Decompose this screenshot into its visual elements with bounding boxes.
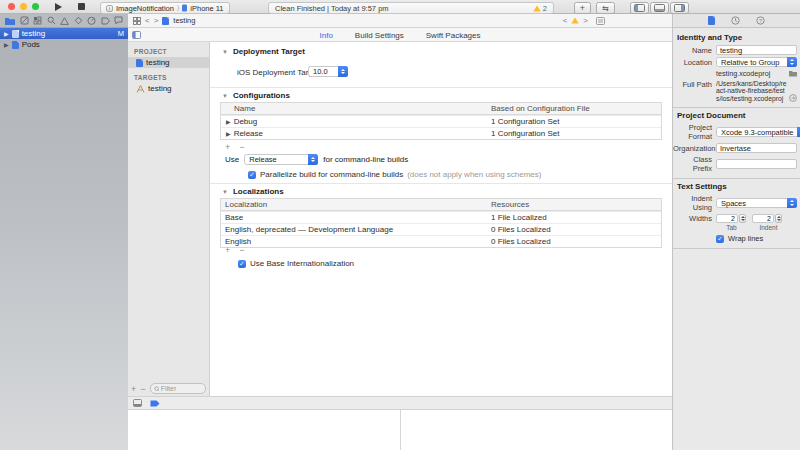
indent-width-value[interactable]: 2 (752, 214, 774, 223)
section-divider (210, 87, 672, 88)
remove-configuration-button[interactable]: − (239, 143, 244, 152)
checkbox-checked-icon[interactable]: ✓ (238, 260, 246, 268)
debug-navigator-icon[interactable] (87, 16, 96, 25)
zoom-window-button[interactable] (32, 3, 39, 10)
editor-layout-button[interactable]: ⇆ (596, 2, 615, 14)
close-window-button[interactable] (8, 3, 15, 10)
filter-input[interactable] (161, 385, 202, 392)
section-disclosure-icon[interactable]: ▼ (222, 93, 228, 99)
breakpoints-toggle-icon[interactable] (150, 400, 160, 407)
table-row[interactable]: ▶Release 1 Configuration Set (221, 127, 661, 139)
target-item-testing[interactable]: testing (128, 83, 209, 94)
symbol-navigator-icon[interactable] (33, 16, 42, 25)
issue-navigator-icon[interactable] (60, 17, 69, 25)
section-configurations[interactable]: ▼ Configurations (222, 91, 290, 100)
stepper-icon[interactable] (775, 214, 782, 223)
run-button[interactable] (55, 3, 62, 11)
configurations-add-remove: + − (225, 143, 245, 152)
navigator-row-testing[interactable]: ▶ testing M (0, 28, 128, 39)
widths-label: Widths (673, 214, 716, 223)
filter-icon (154, 386, 159, 392)
stepper-icon[interactable] (308, 154, 318, 165)
project-item-testing[interactable]: testing (128, 57, 209, 68)
add-configuration-button[interactable]: + (225, 143, 230, 152)
stepper-icon[interactable] (787, 198, 797, 208)
next-issue-button[interactable]: > (583, 17, 588, 25)
add-localization-button[interactable]: + (225, 246, 230, 255)
section-localizations[interactable]: ▼ Localizations (222, 187, 284, 196)
command-line-config-popup[interactable]: Release (244, 154, 318, 165)
disclosure-triangle-icon[interactable]: ▶ (4, 31, 9, 37)
section-divider (210, 183, 672, 184)
filter-field[interactable] (150, 383, 206, 394)
remove-target-button[interactable]: − (140, 384, 145, 394)
breakpoint-navigator-icon[interactable] (101, 17, 110, 25)
folder-icon[interactable] (789, 70, 797, 77)
warning-counter[interactable]: 2 (533, 4, 547, 13)
find-navigator-icon[interactable] (47, 16, 56, 25)
tab-info[interactable]: Info (320, 31, 333, 40)
scheme-selector[interactable]: i ImageNotification 〉 iPhone 11 (100, 2, 230, 14)
debug-area-divider[interactable] (400, 410, 401, 450)
table-row[interactable]: ▶Debug 1 Configuration Set (221, 115, 661, 127)
toggle-navigator-button[interactable] (630, 2, 649, 14)
tab-swift-packages[interactable]: Swift Packages (426, 31, 481, 40)
library-button[interactable]: + (574, 2, 591, 14)
disclosure-triangle-icon[interactable]: ▶ (4, 42, 9, 48)
toggle-debug-area-button[interactable] (650, 2, 669, 14)
indent-width-stepper[interactable]: 2 (752, 214, 782, 223)
tab-build-settings[interactable]: Build Settings (355, 31, 404, 40)
deployment-target-combo[interactable]: 10.0 (308, 66, 348, 77)
back-button[interactable]: < (145, 17, 150, 25)
stop-button[interactable] (78, 3, 85, 10)
test-navigator-icon[interactable] (74, 16, 83, 25)
tab-width-stepper[interactable]: 2 (716, 214, 746, 223)
report-navigator-icon[interactable] (114, 16, 123, 25)
location-popup[interactable]: Relative to Group (716, 57, 797, 67)
config-file: 1 Configuration Set (491, 129, 661, 138)
quick-help-inspector-icon[interactable]: ? (756, 16, 765, 25)
editor-body: PROJECT testing TARGETS testing + − (128, 42, 672, 396)
table-row[interactable]: English, deprecated — Development Langua… (221, 223, 661, 235)
issue-warning-icon[interactable] (571, 17, 579, 24)
table-row[interactable]: English 0 Files Localized (221, 235, 661, 247)
related-items-icon[interactable] (133, 17, 141, 25)
hide-debug-area-icon[interactable] (133, 399, 142, 407)
remove-localization-button[interactable]: − (239, 246, 244, 255)
project-navigator-icon[interactable] (5, 17, 15, 25)
disclosure-triangle-icon[interactable]: ▶ (226, 131, 231, 137)
editor-options-icon[interactable] (596, 17, 605, 25)
checkbox-checked-icon[interactable]: ✓ (716, 235, 724, 243)
open-path-arrow-icon[interactable] (789, 94, 797, 102)
section-disclosure-icon[interactable]: ▼ (222, 189, 228, 195)
projects-targets-pane: PROJECT testing TARGETS testing + − (128, 42, 210, 396)
indent-using-popup[interactable]: Spaces (716, 198, 797, 208)
previous-issue-button[interactable]: < (563, 17, 568, 25)
stepper-icon[interactable] (797, 127, 800, 137)
add-target-button[interactable]: + (131, 384, 136, 394)
file-inspector-icon[interactable] (708, 16, 715, 25)
toggle-inspector-button[interactable] (670, 2, 689, 14)
history-inspector-icon[interactable] (731, 16, 740, 25)
editor-tab-bar: Info Build Settings Swift Packages (128, 28, 672, 42)
section-disclosure-icon[interactable]: ▼ (222, 49, 228, 55)
forward-button[interactable]: > (154, 17, 159, 25)
jumpbar-file-label[interactable]: testing (173, 16, 195, 25)
navigator-tab-strip (0, 14, 128, 28)
table-row[interactable]: Base 1 File Localized (221, 211, 661, 223)
source-control-navigator-icon[interactable] (20, 16, 29, 25)
minimize-window-button[interactable] (20, 3, 27, 10)
stepper-icon[interactable] (338, 66, 348, 77)
navigator-row-pods[interactable]: ▶ Pods (0, 39, 128, 50)
disclosure-triangle-icon[interactable]: ▶ (226, 119, 231, 125)
stepper-icon[interactable] (787, 57, 797, 67)
section-deployment-target[interactable]: ▼ Deployment Target (222, 47, 305, 56)
organization-field[interactable]: Invertase (716, 143, 797, 153)
class-prefix-field[interactable] (716, 159, 797, 169)
stepper-icon[interactable] (739, 214, 746, 223)
project-format-popup[interactable]: Xcode 9.3-compatible (716, 127, 800, 137)
checkbox-checked-icon[interactable]: ✓ (248, 171, 256, 179)
tab-width-value[interactable]: 2 (716, 214, 738, 223)
modified-badge: M (118, 29, 124, 38)
name-field[interactable]: testing (716, 45, 797, 55)
